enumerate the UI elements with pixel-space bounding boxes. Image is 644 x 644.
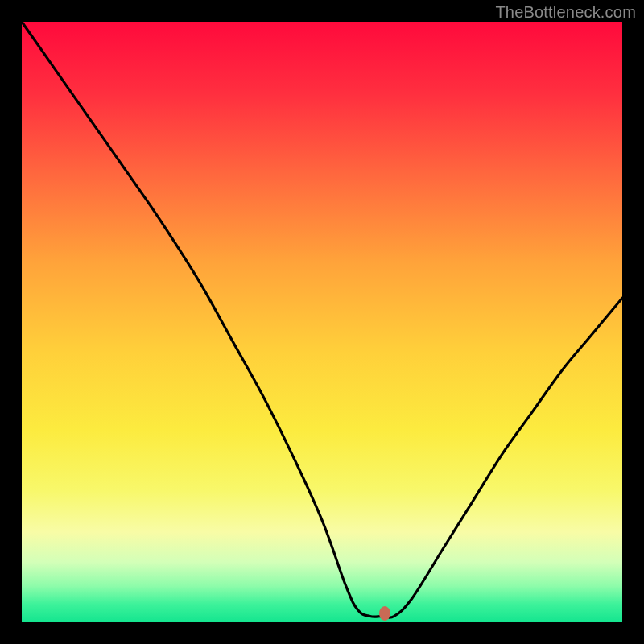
watermark-text: TheBottleneck.com [495,3,636,22]
chart-plot-area [22,22,622,622]
bottleneck-curve [22,22,622,622]
selected-config-marker [379,606,390,621]
